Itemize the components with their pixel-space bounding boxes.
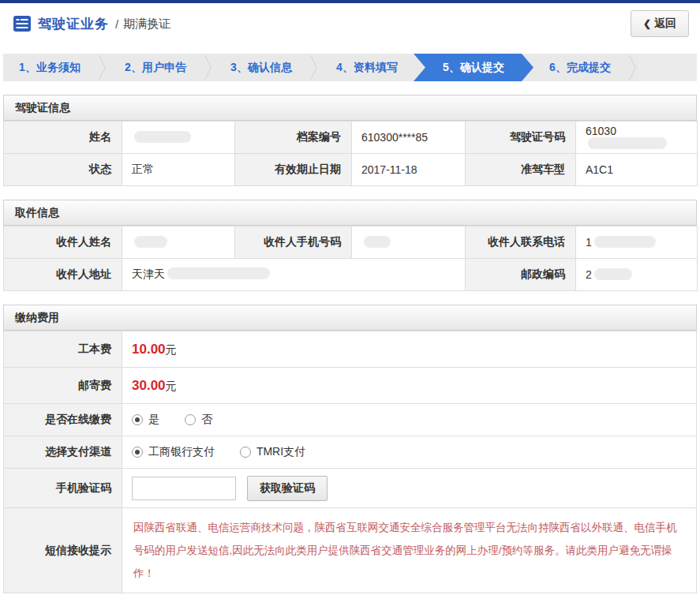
- pickup-info-table: 收件人姓名 收件人手机号码 收件人联系电话 1 收件人地址 天津天 邮政编码 2: [3, 226, 698, 291]
- radio-checked-icon[interactable]: [132, 414, 143, 425]
- table-row: 收件人地址 天津天 邮政编码 2: [4, 259, 698, 291]
- vehicle-label: 准驾车型: [466, 154, 576, 186]
- table-row: 选择支付渠道 工商银行支付 TMRI支付: [4, 436, 697, 469]
- table-row: 手机验证码 获取验证码: [4, 469, 697, 508]
- table-row: 收件人姓名 收件人手机号码 收件人联系电话 1: [4, 226, 698, 259]
- online-pay-options: 是 否: [122, 404, 697, 436]
- pay-channel-options: 工商银行支付 TMRI支付: [122, 436, 697, 469]
- step-bar-filler: [639, 54, 697, 81]
- status-value: 正常: [122, 154, 235, 186]
- redacted-value: [134, 236, 167, 248]
- redacted-value: [594, 268, 632, 280]
- online-pay-no-option[interactable]: 否: [185, 413, 212, 427]
- recipient-mobile-label: 收件人手机号码: [235, 226, 352, 259]
- status-label: 状态: [4, 154, 122, 186]
- postage-fee-label: 邮寄费: [4, 368, 122, 404]
- redacted-value: [167, 267, 270, 279]
- channel-icbc-option[interactable]: 工商银行支付: [132, 445, 215, 459]
- radio-unchecked-icon[interactable]: [240, 447, 251, 458]
- back-button[interactable]: ❮返回: [631, 10, 689, 37]
- sms-code-label: 手机验证码: [4, 469, 122, 508]
- redacted-value: [134, 131, 191, 143]
- recipient-phone-value: 1: [576, 226, 698, 259]
- step-separator-icon: [627, 54, 639, 81]
- recipient-phone-label: 收件人联系电话: [466, 226, 576, 259]
- page-title: 驾驶证业务: [38, 15, 109, 33]
- table-row: 是否在线缴费 是 否: [4, 404, 697, 436]
- step-tab-5-active[interactable]: 5、确认提交: [414, 54, 533, 81]
- step-tab-2[interactable]: 2、用户申告: [109, 54, 202, 81]
- vehicle-value: A1C1: [576, 154, 698, 186]
- fees-section-header: 缴纳费用: [3, 305, 697, 331]
- postage-fee-value: 30.00元: [122, 368, 697, 404]
- table-row: 工本费 10.00元: [4, 331, 697, 368]
- main-content: 驾驶证信息 姓名 档案编号 610300****85 驾驶证号码 61030 状…: [0, 95, 700, 593]
- channel-tmri-label: TMRI支付: [256, 445, 305, 459]
- postcode-label: 邮政编码: [466, 259, 576, 291]
- sms-code-cell: 获取验证码: [122, 469, 697, 508]
- step-tab-6[interactable]: 6、完成提交: [533, 54, 627, 81]
- step-wizard: 1、业务须知 2、用户申告 3、确认信息 4、资料填写 5、确认提交 6、完成提…: [3, 54, 697, 81]
- file-no-label: 档案编号: [235, 122, 352, 154]
- online-pay-yes-option[interactable]: 是: [132, 413, 159, 427]
- redacted-value: [588, 137, 667, 149]
- fee-unit: 元: [166, 380, 177, 392]
- license-info-section: 驾驶证信息 姓名 档案编号 610300****85 驾驶证号码 61030 状…: [3, 95, 697, 186]
- sms-notice-text: 因陕西省联通、电信运营商技术问题，陕西省互联网交通安全综合服务管理平台无法向持陕…: [133, 522, 677, 579]
- name-value: [122, 122, 235, 154]
- pay-channel-label: 选择支付渠道: [4, 436, 122, 469]
- table-row: 短信接收提示 因陕西省联通、电信运营商技术问题，陕西省互联网交通安全综合服务管理…: [4, 508, 697, 593]
- page-header: 驾驶证业务 / 期满换证 ❮返回: [0, 3, 700, 44]
- online-pay-yes-label: 是: [148, 413, 159, 427]
- table-row: 状态 正常 有效期止日期 2017-11-18 准驾车型 A1C1: [4, 154, 698, 186]
- fee-unit: 元: [166, 343, 177, 356]
- recipient-address-prefix: 天津天: [132, 267, 165, 280]
- channel-tmri-option[interactable]: TMRI支付: [240, 445, 305, 459]
- get-code-button[interactable]: 获取验证码: [247, 476, 328, 501]
- table-row: 邮寄费 30.00元: [4, 368, 697, 404]
- online-pay-no-label: 否: [201, 413, 212, 427]
- breadcrumb: 驾驶证业务 / 期满换证: [13, 15, 170, 33]
- expiry-value: 2017-11-18: [352, 154, 466, 186]
- channel-icbc-label: 工商银行支付: [148, 445, 215, 459]
- step-separator-icon: [202, 54, 215, 81]
- postcode-value: 2: [576, 259, 698, 291]
- page-subtitle: 期满换证: [123, 17, 170, 32]
- recipient-name-label: 收件人姓名: [4, 226, 122, 259]
- radio-checked-icon[interactable]: [132, 447, 143, 458]
- table-row: 姓名 档案编号 610300****85 驾驶证号码 61030: [4, 122, 698, 154]
- license-info-table: 姓名 档案编号 610300****85 驾驶证号码 61030 状态 正常 有…: [3, 121, 698, 186]
- fees-table: 工本费 10.00元 邮寄费 30.00元 是否在线缴费 是 否 选择支付渠道 …: [3, 331, 697, 593]
- sms-notice-cell: 因陕西省联通、电信运营商技术问题，陕西省互联网交通安全综合服务管理平台无法向持陕…: [122, 508, 697, 593]
- back-button-label: 返回: [654, 17, 676, 29]
- pickup-section-header: 取件信息: [3, 200, 697, 226]
- step-tab-4[interactable]: 4、资料填写: [320, 54, 414, 81]
- step-tab-3[interactable]: 3、确认信息: [215, 54, 308, 81]
- file-no-value: 610300****85: [352, 122, 466, 154]
- step-tab-1[interactable]: 1、业务须知: [3, 54, 96, 81]
- recipient-address-value: 天津天: [122, 259, 466, 291]
- fees-section: 缴纳费用 工本费 10.00元 邮寄费 30.00元 是否在线缴费 是 否 选择…: [3, 305, 697, 593]
- license-section-header: 驾驶证信息: [3, 95, 697, 121]
- sms-notice-label: 短信接收提示: [4, 508, 122, 593]
- postcode-prefix: 2: [586, 268, 592, 281]
- radio-unchecked-icon[interactable]: [185, 414, 196, 425]
- pickup-info-section: 取件信息 收件人姓名 收件人手机号码 收件人联系电话 1 收件人地址 天津天 邮…: [3, 200, 697, 291]
- postage-fee-amount: 30.00: [132, 378, 166, 393]
- online-pay-label: 是否在线缴费: [4, 404, 122, 436]
- redacted-value: [594, 236, 656, 248]
- license-no-prefix: 61030: [586, 125, 616, 137]
- license-business-icon: [13, 15, 32, 32]
- step-separator-icon: [96, 54, 109, 81]
- back-chevron-icon: ❮: [643, 18, 651, 29]
- recipient-mobile-value: [352, 226, 466, 259]
- production-fee-amount: 10.00: [132, 342, 166, 357]
- license-no-value: 61030: [576, 122, 698, 154]
- name-label: 姓名: [4, 122, 122, 154]
- redacted-value: [364, 236, 391, 248]
- production-fee-label: 工本费: [4, 331, 122, 368]
- recipient-name-value: [122, 226, 235, 259]
- sms-code-input[interactable]: [132, 477, 236, 500]
- license-no-label: 驾驶证号码: [466, 122, 576, 154]
- breadcrumb-separator: /: [115, 17, 118, 31]
